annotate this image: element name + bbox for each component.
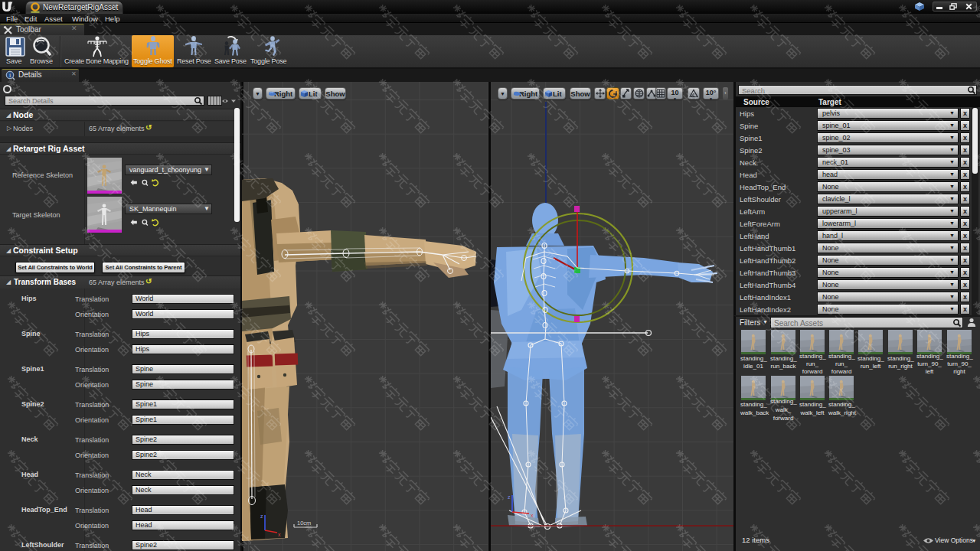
svg-text:x: x xyxy=(278,532,281,537)
svg-text:x: x xyxy=(531,513,534,518)
svg-text:z: z xyxy=(260,514,263,519)
svg-text:z: z xyxy=(508,494,511,500)
svg-text:10cm: 10cm xyxy=(297,520,311,527)
